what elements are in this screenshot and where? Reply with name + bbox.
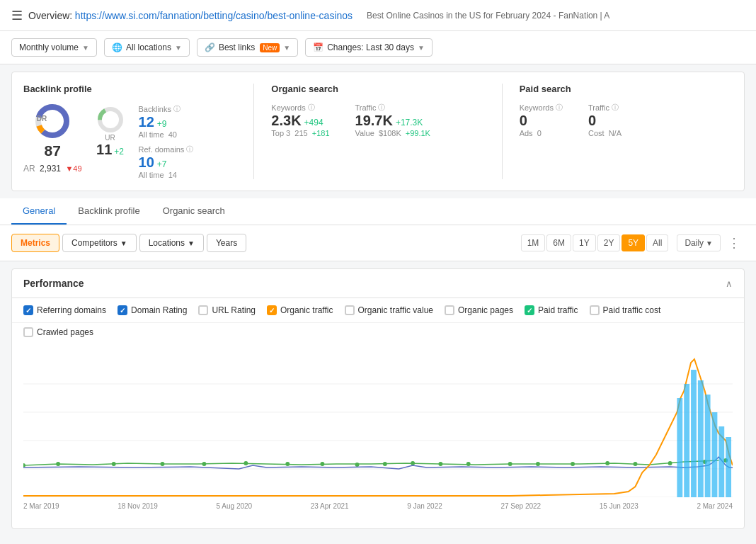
- menu-icon[interactable]: ☰: [11, 8, 23, 23]
- header-url[interactable]: https://www.si.com/fannation/betting/cas…: [75, 10, 353, 21]
- svg-point-16: [285, 462, 290, 466]
- chevron-down-icon: ▼: [175, 44, 182, 52]
- svg-rect-33: [691, 370, 697, 497]
- paid-traffic-stat: Traffic ⓘ 0 Cost N/A: [588, 103, 622, 137]
- locations-button[interactable]: Locations ▼: [139, 234, 204, 252]
- changes-label: Changes: Last 30 days: [327, 42, 414, 52]
- best-links-filter[interactable]: 🔗 Best links New ▼: [197, 38, 298, 57]
- tab-general[interactable]: General: [11, 198, 67, 225]
- daily-button[interactable]: Daily ▼: [677, 234, 721, 251]
- ar-delta: ▼49: [65, 164, 81, 173]
- time-1m[interactable]: 1M: [521, 234, 546, 251]
- tab-backlink-profile[interactable]: Backlink profile: [67, 198, 151, 225]
- cb-crawled-pages[interactable]: Crawled pages: [23, 327, 93, 337]
- svg-rect-34: [698, 380, 704, 497]
- svg-point-14: [202, 462, 206, 466]
- backlink-profile-title: Backlink profile: [23, 84, 236, 94]
- chevron-down-icon: ▼: [188, 239, 195, 247]
- backlinks-delta: +9: [157, 119, 167, 129]
- svg-rect-32: [684, 384, 689, 497]
- svg-point-25: [571, 462, 575, 466]
- dr-label: DR: [37, 115, 47, 123]
- paid-search-group: Paid search Keywords ⓘ 0 Ads 0 Traffic ⓘ…: [520, 84, 733, 179]
- dr-value: 87: [45, 142, 61, 159]
- cb-referring-domains[interactable]: ✓ Referring domains: [23, 305, 106, 315]
- calendar-icon: 📅: [313, 42, 323, 52]
- cb-organic-traffic-value[interactable]: Organic traffic value: [345, 305, 434, 315]
- stats-section: Backlink profile DR 87 AR 2,931 ▼49: [11, 72, 745, 191]
- new-badge: New: [260, 43, 280, 52]
- performance-header: Performance ∧: [12, 269, 744, 298]
- cb-url-rating[interactable]: URL Rating: [198, 305, 256, 315]
- tab-organic-search[interactable]: Organic search: [151, 198, 236, 225]
- ref-domains-value: 10: [139, 154, 154, 171]
- organic-search-title: Organic search: [271, 84, 484, 94]
- time-range-buttons: 1M 6M 1Y 2Y 5Y All: [521, 234, 669, 251]
- performance-title: Performance: [23, 278, 84, 289]
- time-5y[interactable]: 5Y: [622, 234, 645, 251]
- chevron-down-icon: ▼: [82, 44, 89, 52]
- ref-domains-label: Ref. domains: [139, 145, 185, 154]
- svg-point-26: [605, 461, 609, 465]
- collapse-icon[interactable]: ∧: [726, 278, 733, 289]
- ar-value: 2,931: [40, 164, 61, 174]
- svg-point-11: [56, 462, 60, 466]
- cb-paid-traffic[interactable]: ✓ Paid traffic: [525, 305, 578, 315]
- organic-keywords-stat: Keywords ⓘ 2.3K +494 Top 3 215 +181: [271, 103, 329, 137]
- monthly-volume-filter[interactable]: Monthly volume ▼: [11, 38, 97, 57]
- svg-point-19: [383, 462, 387, 466]
- svg-point-20: [411, 461, 415, 465]
- header-title: Overview: https://www.si.com/fannation/b…: [28, 10, 353, 21]
- ref-domains-alltime: All time 14: [139, 171, 194, 179]
- backlinks-info-icon: ⓘ: [173, 104, 181, 114]
- ref-domains-info-icon: ⓘ: [186, 144, 193, 154]
- cb-organic-traffic[interactable]: ✓ Organic traffic: [267, 305, 333, 315]
- link-icon: 🔗: [205, 42, 215, 52]
- svg-rect-31: [677, 398, 682, 497]
- time-2y[interactable]: 2Y: [597, 234, 621, 251]
- metrics-button[interactable]: Metrics: [11, 234, 59, 252]
- header-meta: Best Online Casinos in the US for Februa…: [367, 11, 609, 21]
- time-1y[interactable]: 1Y: [573, 234, 596, 251]
- cb-organic-pages[interactable]: Organic pages: [445, 305, 513, 315]
- ar-label: AR: [23, 164, 35, 174]
- cb-box-paid-traffic-cost: [590, 305, 600, 315]
- backlinks-value: 12: [139, 114, 154, 130]
- cb-box-organic-traffic: ✓: [267, 305, 277, 315]
- svg-point-12: [112, 462, 116, 466]
- ur-delta: +2: [114, 147, 124, 157]
- best-links-label: Best links: [219, 42, 255, 52]
- chevron-down-icon: ▼: [283, 44, 290, 52]
- changes-filter[interactable]: 📅 Changes: Last 30 days ▼: [305, 38, 433, 57]
- all-locations-filter[interactable]: 🌐 All locations ▼: [104, 38, 190, 57]
- cb-paid-traffic-cost[interactable]: Paid traffic cost: [590, 305, 661, 315]
- ref-domains-stat: Ref. domains ⓘ 10 +7 All time 14: [139, 144, 194, 179]
- svg-point-24: [536, 462, 540, 466]
- x-axis-labels: 2 Mar 2019 18 Nov 2019 5 Aug 2020 23 Apr…: [23, 499, 733, 510]
- chart-area: 2 Mar 2019 18 Nov 2019 5 Aug 2020 23 Apr…: [12, 344, 744, 528]
- time-6m[interactable]: 6M: [546, 234, 571, 251]
- time-all[interactable]: All: [646, 234, 668, 251]
- svg-rect-35: [705, 395, 711, 497]
- performance-section: Performance ∧ ✓ Referring domains ✓ Doma…: [11, 268, 745, 529]
- controls-bar: Metrics Competitors ▼ Locations ▼ Years …: [0, 225, 756, 261]
- cb-box-crawled-pages: [23, 327, 33, 337]
- years-button[interactable]: Years: [207, 234, 246, 252]
- ar-row: AR 2,931 ▼49: [23, 164, 82, 174]
- paid-keywords-stat: Keywords ⓘ 0 Ads 0: [520, 103, 563, 137]
- paid-search-title: Paid search: [520, 84, 733, 94]
- svg-rect-36: [712, 412, 718, 497]
- ur-value: 11: [96, 142, 112, 158]
- all-locations-label: All locations: [126, 42, 171, 52]
- orange-line: [23, 359, 733, 496]
- performance-chart: [23, 356, 733, 497]
- chevron-down-icon: ▼: [120, 239, 127, 247]
- organic-search-group: Organic search Keywords ⓘ 2.3K +494 Top …: [271, 84, 502, 179]
- competitors-button[interactable]: Competitors ▼: [62, 234, 137, 252]
- svg-point-10: [23, 463, 25, 468]
- ur-donut-chart: [96, 106, 125, 134]
- cb-domain-rating[interactable]: ✓ Domain Rating: [118, 305, 187, 315]
- ref-domains-delta: +7: [157, 159, 167, 169]
- backlinks-alltime: All time 40: [139, 130, 194, 139]
- more-options-icon[interactable]: ⋮: [723, 232, 745, 254]
